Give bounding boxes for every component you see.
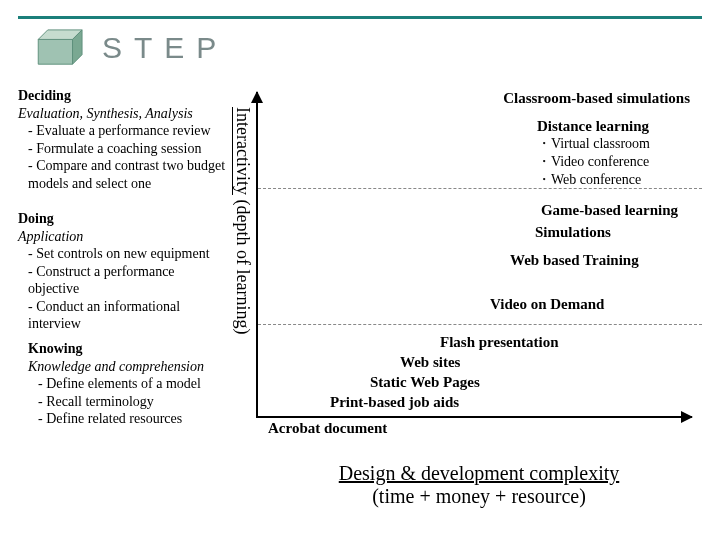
knowing-sub: Knowledge and comprehension xyxy=(28,358,238,376)
label-wbt: Web based Training xyxy=(510,252,639,269)
divider-2 xyxy=(258,324,702,325)
level-knowing: Knowing Knowledge and comprehension Defi… xyxy=(28,340,238,428)
svg-marker-0 xyxy=(38,39,72,64)
top-rule xyxy=(18,16,702,19)
list-item: Virtual classroom xyxy=(551,135,650,153)
label-classroom: Classroom-based simulations xyxy=(503,90,690,107)
label-game: Game-based learning xyxy=(541,202,678,219)
deciding-list: Evaluate a performance review Formulate … xyxy=(18,122,238,192)
level-deciding: Deciding Evaluation, Synthesis, Analysis… xyxy=(18,87,238,192)
list-item: Web conference xyxy=(551,171,650,189)
doing-sub: Application xyxy=(18,228,218,246)
doing-list: Set controls on new equipment Construct … xyxy=(18,245,218,333)
knowing-title: Knowing xyxy=(28,340,238,358)
brand: STEP xyxy=(34,28,228,68)
level-doing: Doing Application Set controls on new eq… xyxy=(18,210,218,333)
list-item: Recall terminology xyxy=(38,393,238,411)
deciding-sub: Evaluation, Synthesis, Analysis xyxy=(18,105,238,123)
deciding-title: Deciding xyxy=(18,87,238,105)
list-item: Video conference xyxy=(551,153,650,171)
label-vod: Video on Demand xyxy=(490,296,604,313)
label-distance: Distance learning Virtual classroom Vide… xyxy=(537,118,650,190)
label-simulations: Simulations xyxy=(535,224,611,241)
list-item: Define elements of a model xyxy=(38,375,238,393)
cube-icon xyxy=(34,28,92,68)
label-print: Print-based job aids xyxy=(330,394,459,411)
brand-text: STEP xyxy=(102,31,228,65)
x-axis-label: Design & development complexity (time + … xyxy=(256,462,702,508)
distance-bullets: Virtual classroom Video conference Web c… xyxy=(537,135,650,190)
y-axis-arrow-icon xyxy=(256,92,258,418)
x-axis-arrow-icon xyxy=(256,416,692,418)
list-item: Construct a performance objective xyxy=(28,263,218,298)
label-static: Static Web Pages xyxy=(370,374,480,391)
label-acrobat: Acrobat document xyxy=(268,420,387,437)
knowing-list: Define elements of a model Recall termin… xyxy=(28,375,238,428)
label-websites: Web sites xyxy=(400,354,460,371)
list-item: Evaluate a performance review xyxy=(28,122,238,140)
list-item: Conduct an informational interview xyxy=(28,298,218,333)
list-item: Formulate a coaching session xyxy=(28,140,238,158)
list-item: Compare and contrast two budget models a… xyxy=(28,157,238,192)
label-flash: Flash presentation xyxy=(440,334,558,351)
doing-title: Doing xyxy=(18,210,218,228)
list-item: Set controls on new equipment xyxy=(28,245,218,263)
list-item: Define related resources xyxy=(38,410,238,428)
